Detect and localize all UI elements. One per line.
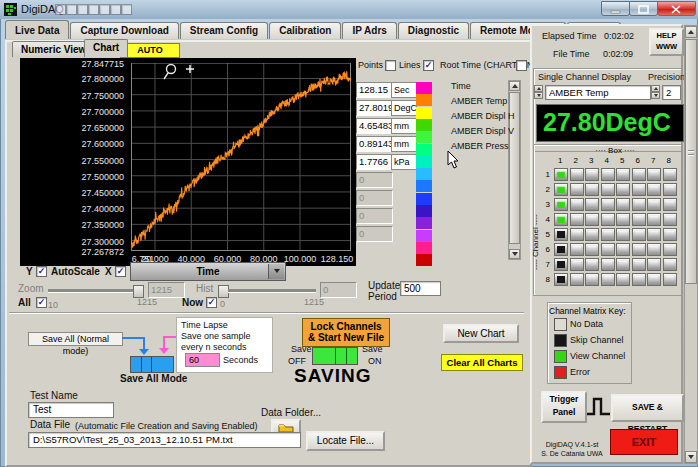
trigger-panel-button[interactable]: Trigger Panel bbox=[541, 391, 587, 423]
tab-numeric-view[interactable]: Numeric View bbox=[12, 41, 95, 57]
main-tab-ip-adrs[interactable]: IP Adrs bbox=[342, 22, 396, 39]
precision-value[interactable]: 2 bbox=[662, 85, 681, 100]
matrix-cell[interactable] bbox=[647, 213, 661, 226]
matrix-cell[interactable] bbox=[570, 168, 584, 181]
matrix-cell[interactable] bbox=[601, 243, 615, 256]
main-tab-capture-download[interactable]: Capture Download bbox=[70, 22, 178, 39]
matrix-cell[interactable] bbox=[616, 258, 630, 271]
channel-selector-value[interactable]: AMBER Temp bbox=[545, 85, 651, 100]
matrix-cell[interactable] bbox=[585, 213, 599, 226]
matrix-cell[interactable] bbox=[601, 228, 615, 241]
channel-checkbox[interactable] bbox=[66, 4, 77, 15]
main-tab-live-data[interactable]: Live Data bbox=[5, 20, 69, 39]
matrix-cell[interactable] bbox=[570, 198, 584, 211]
matrix-cell[interactable] bbox=[601, 213, 615, 226]
save-all-mode-slider[interactable] bbox=[130, 356, 174, 373]
main-tab-stream-config[interactable]: Stream Config bbox=[180, 22, 268, 39]
matrix-cell[interactable] bbox=[585, 183, 599, 196]
points-checkbox[interactable] bbox=[385, 60, 396, 71]
chart-widget[interactable]: 27.84771527.80000027.75000027.70000027.6… bbox=[20, 58, 356, 266]
matrix-cell[interactable] bbox=[570, 243, 584, 256]
all-checkbox[interactable]: ✓ bbox=[36, 297, 47, 308]
update-period-input[interactable]: 500 bbox=[400, 281, 441, 296]
matrix-cell[interactable] bbox=[585, 228, 599, 241]
save-on-off-slider[interactable] bbox=[312, 347, 358, 365]
matrix-cell[interactable] bbox=[647, 228, 661, 241]
channel-selector-spinner[interactable] bbox=[534, 85, 543, 99]
matrix-cell[interactable] bbox=[554, 243, 568, 256]
matrix-cell[interactable] bbox=[663, 258, 677, 271]
matrix-cell[interactable] bbox=[585, 168, 599, 181]
matrix-cell[interactable] bbox=[632, 228, 646, 241]
matrix-cell[interactable] bbox=[585, 273, 599, 286]
matrix-cell[interactable] bbox=[554, 273, 568, 286]
scrollbar-thumb[interactable] bbox=[685, 39, 697, 284]
channel-checkbox[interactable] bbox=[121, 4, 132, 15]
matrix-cell[interactable] bbox=[616, 243, 630, 256]
scroll-up-icon[interactable] bbox=[509, 81, 520, 91]
channel-checkbox[interactable] bbox=[99, 4, 110, 15]
hist-slider-rail[interactable] bbox=[228, 289, 316, 293]
zoom-slider-rail[interactable] bbox=[48, 289, 140, 293]
matrix-cell[interactable] bbox=[663, 213, 677, 226]
tab-chart[interactable]: Chart bbox=[84, 39, 128, 57]
zoom-value-box[interactable]: 1215 bbox=[148, 282, 185, 298]
spinner-up-icon[interactable] bbox=[534, 85, 543, 92]
matrix-cell[interactable] bbox=[616, 273, 630, 286]
matrix-cell[interactable] bbox=[647, 258, 661, 271]
matrix-cell[interactable] bbox=[647, 273, 661, 286]
matrix-cell[interactable] bbox=[554, 228, 568, 241]
chevron-down-icon[interactable] bbox=[268, 264, 284, 279]
save-restart-button[interactable]: SAVE & RESTART bbox=[611, 394, 684, 422]
spinner-up-icon[interactable] bbox=[651, 85, 660, 92]
matrix-cell[interactable] bbox=[632, 168, 646, 181]
test-name-input[interactable]: Test bbox=[28, 402, 114, 418]
matrix-cell[interactable] bbox=[663, 168, 677, 181]
x-autoscale-checkbox[interactable]: ✓ bbox=[115, 266, 126, 277]
matrix-cell[interactable] bbox=[616, 198, 630, 211]
matrix-cell[interactable] bbox=[632, 258, 646, 271]
channel-checkbox[interactable] bbox=[55, 4, 66, 15]
channel-checkbox[interactable] bbox=[77, 4, 88, 15]
matrix-cell[interactable] bbox=[616, 183, 630, 196]
matrix-cell[interactable] bbox=[601, 258, 615, 271]
matrix-cell[interactable] bbox=[570, 228, 584, 241]
matrix-cell[interactable] bbox=[601, 273, 615, 286]
hist-value-box[interactable]: 0 bbox=[320, 282, 357, 298]
matrix-cell[interactable] bbox=[616, 213, 630, 226]
spinner-down-icon[interactable] bbox=[534, 92, 543, 99]
data-file-path-input[interactable]: D:\S57ROV\Test_25_03_2013_12.10.51 PM.tx… bbox=[28, 432, 301, 448]
matrix-cell[interactable] bbox=[663, 243, 677, 256]
matrix-cell[interactable] bbox=[632, 243, 646, 256]
locate-file-button[interactable]: Locate File... bbox=[306, 431, 385, 451]
root-time-checkbox[interactable] bbox=[516, 60, 527, 71]
exit-button[interactable]: EXIT bbox=[610, 429, 678, 455]
matrix-cell[interactable] bbox=[570, 183, 584, 196]
matrix-cell[interactable] bbox=[647, 183, 661, 196]
matrix-cell[interactable] bbox=[554, 258, 568, 271]
matrix-cell[interactable] bbox=[632, 273, 646, 286]
new-chart-button[interactable]: New Chart bbox=[443, 324, 519, 343]
minimize-button[interactable] bbox=[601, 1, 630, 16]
matrix-cell[interactable] bbox=[663, 273, 677, 286]
channel-checkbox[interactable] bbox=[110, 4, 121, 15]
matrix-cell[interactable] bbox=[663, 198, 677, 211]
matrix-cell[interactable] bbox=[585, 198, 599, 211]
auto-zero-button[interactable]: AUTO ZERO... bbox=[120, 43, 180, 58]
matrix-cell[interactable] bbox=[616, 228, 630, 241]
matrix-cell[interactable] bbox=[663, 183, 677, 196]
chart-plot-area[interactable] bbox=[131, 63, 351, 251]
spinner-down-icon[interactable] bbox=[651, 92, 660, 99]
channel-list-scrollbar[interactable] bbox=[508, 80, 521, 260]
matrix-cell[interactable] bbox=[570, 258, 584, 271]
matrix-cell[interactable] bbox=[570, 273, 584, 286]
x-axis-selector-dropdown[interactable]: Time bbox=[130, 262, 286, 281]
close-button[interactable] bbox=[657, 1, 696, 16]
window-scrollbar[interactable] bbox=[684, 25, 698, 464]
precision-spinner[interactable] bbox=[651, 85, 660, 99]
matrix-cell[interactable] bbox=[554, 198, 568, 211]
matrix-cell[interactable] bbox=[585, 258, 599, 271]
matrix-cell[interactable] bbox=[632, 198, 646, 211]
clear-all-charts-button[interactable]: Clear All Charts bbox=[441, 354, 523, 371]
channel-checkbox[interactable] bbox=[88, 4, 99, 15]
